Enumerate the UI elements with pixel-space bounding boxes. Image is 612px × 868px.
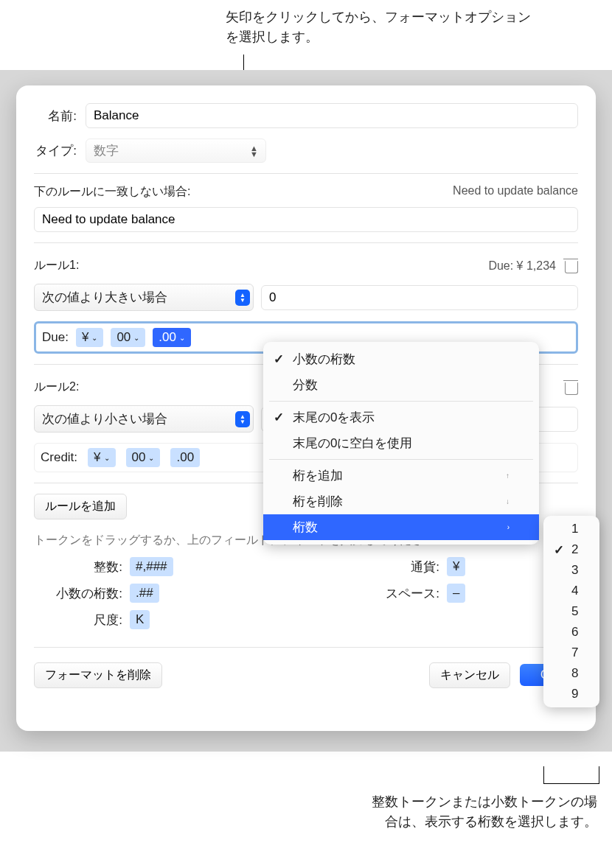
rule1-format-prefix: Due:: [42, 330, 69, 345]
chevron-down-icon: ⌄: [91, 334, 97, 342]
digits-option[interactable]: 1: [543, 519, 599, 539]
decimal-token-label: 小数の桁数:: [34, 585, 122, 602]
digits-option[interactable]: 6: [543, 622, 599, 643]
rule2-condition-value: 次の値より小さい場合: [42, 410, 167, 427]
trash-icon[interactable]: [563, 258, 578, 274]
rule1-label: ルール1:: [34, 258, 79, 273]
no-match-field[interactable]: [34, 207, 578, 232]
digits-option[interactable]: 7: [543, 643, 599, 663]
callout-bottom: 整数トークンまたは小数トークンの場合は、表示する桁数を選択します。: [369, 792, 597, 832]
callout-bracket-bottom: [543, 766, 599, 784]
currency-token[interactable]: ¥⌄: [76, 328, 103, 347]
menu-item-decimal-digits[interactable]: 小数の桁数: [263, 346, 539, 372]
menu-item-fraction[interactable]: 分数: [263, 372, 539, 398]
chevron-updown-icon: ▲▼: [235, 411, 250, 427]
no-match-preview: Need to update balance: [453, 184, 578, 197]
decimal-token-menu: 小数の桁数 分数 末尾の0を表示 末尾の0に空白を使用 桁を追加↑ 桁を削除↓ …: [263, 342, 539, 545]
rule2-label: ルール2:: [34, 379, 79, 395]
digits-option[interactable]: 5: [543, 601, 599, 622]
digits-option[interactable]: 2: [543, 539, 599, 560]
add-rule-button[interactable]: ルールを追加: [34, 494, 127, 519]
rule2-condition-select[interactable]: 次の値より小さい場合 ▲▼: [34, 405, 254, 433]
rule2-format-prefix: Credit:: [41, 450, 77, 465]
scale-token-label: 尺度:: [34, 612, 122, 629]
digits-option[interactable]: 9: [543, 684, 599, 704]
rule1-condition-value: 次の値より大きい場合: [42, 289, 167, 306]
digits-option[interactable]: 4: [543, 581, 599, 601]
integer-palette-token[interactable]: #,###: [130, 557, 173, 576]
chevron-down-icon: ⌄: [133, 334, 139, 342]
menu-item-digits[interactable]: 桁数›: [263, 514, 539, 540]
name-input[interactable]: [86, 103, 578, 128]
menu-item-add-digit[interactable]: 桁を追加↑: [263, 463, 539, 489]
currency-token[interactable]: ¥⌄: [88, 448, 115, 467]
digits-option[interactable]: 3: [543, 560, 599, 581]
arrow-up-icon: ↑: [506, 472, 510, 480]
integer-token-label: 整数:: [34, 559, 122, 575]
menu-item-remove-digit[interactable]: 桁を削除↓: [263, 489, 539, 514]
menu-item-show-trailing[interactable]: 末尾の0を表示: [263, 405, 539, 430]
decimal-token[interactable]: .00⌄: [153, 328, 191, 347]
scale-palette-token[interactable]: K: [130, 610, 150, 629]
rule1-value-input[interactable]: [261, 285, 578, 310]
chevron-updown-icon: ▲▼: [250, 145, 258, 157]
trash-icon[interactable]: [563, 379, 578, 396]
digits-submenu: 1 2 3 4 5 6 7 8 9: [543, 516, 599, 707]
chevron-down-icon: ⌄: [104, 454, 110, 462]
chevron-down-icon: ⌄: [148, 454, 154, 462]
callout-top: 矢印をクリックしてから、フォーマットオプションを選択します。: [226, 7, 535, 47]
integer-token[interactable]: 00⌄: [111, 328, 145, 347]
chevron-down-icon: ⌄: [179, 334, 185, 342]
currency-palette-token[interactable]: ¥: [447, 557, 465, 576]
type-select-value: 数字: [94, 142, 119, 159]
integer-token[interactable]: 00⌄: [126, 448, 161, 467]
digits-option[interactable]: 8: [543, 663, 599, 684]
menu-item-blank-trailing[interactable]: 末尾の0に空白を使用: [263, 430, 539, 456]
type-label: タイプ:: [34, 142, 86, 159]
rule1-preview: Due: ¥ 1,234: [488, 259, 556, 273]
chevron-right-icon: ›: [507, 523, 510, 531]
currency-token-label: 通貨:: [373, 559, 439, 575]
delete-format-button[interactable]: フォーマットを削除: [34, 662, 162, 688]
decimal-palette-token[interactable]: .##: [130, 584, 159, 603]
rule1-condition-select[interactable]: 次の値より大きい場合 ▲▼: [34, 284, 254, 311]
space-palette-token[interactable]: –: [447, 584, 465, 603]
name-label: 名前:: [34, 108, 86, 125]
decimal-token[interactable]: .00: [170, 448, 200, 467]
cancel-button[interactable]: キャンセル: [429, 662, 510, 688]
space-token-label: スペース:: [373, 585, 439, 602]
arrow-down-icon: ↓: [506, 497, 510, 505]
type-select[interactable]: 数字 ▲▼: [86, 139, 266, 163]
chevron-updown-icon: ▲▼: [235, 290, 250, 306]
no-match-label: 下のルールに一致しない場合:: [34, 185, 190, 197]
